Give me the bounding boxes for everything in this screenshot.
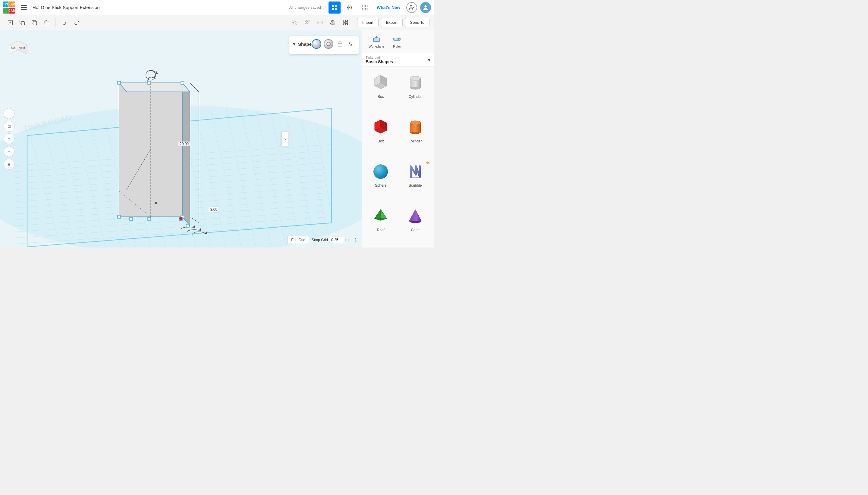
viewport-controls: ⌂ ⊡ + − ◉ [4,108,15,170]
shape-item-box-gray[interactable]: Box [365,70,397,112]
move-tool-button[interactable] [4,17,16,28]
history-tools [59,17,82,28]
whats-new-button[interactable]: What's New [374,3,403,12]
shape-scribble-label: Scribble [409,183,422,188]
shape-item-scribble[interactable]: ★ Scribble [400,159,431,200]
import-button[interactable]: Import [357,18,379,27]
codeblocks-button[interactable] [344,1,356,14]
star-badge: ★ [426,160,430,166]
svg-rect-8 [365,8,367,10]
shape-properties-panel: ▾ Shape [289,36,359,54]
toolbar-separator-2 [354,18,354,27]
depth-dimension: 3.00 [209,207,218,212]
svg-point-103 [327,42,330,46]
svg-rect-5 [362,5,364,6]
align-button[interactable] [327,17,338,28]
lock-shape-button[interactable] [336,40,344,48]
svg-rect-3 [335,7,337,10]
duplicate-tool-button[interactable] [29,17,40,28]
svg-point-12 [424,5,426,7]
tinkercad-label: Tinkercad [365,56,393,59]
snap-grid-unit: mm [345,238,351,242]
svg-text:BACK: BACK [11,47,16,49]
shape-item-box-red[interactable]: Box [365,115,397,156]
svg-rect-16 [33,21,37,25]
fit-view-button[interactable]: ⊡ [4,121,15,132]
hole-shape-option[interactable] [324,39,333,49]
solid-shape-option[interactable] [312,39,321,49]
tinkercad-logo[interactable]: TIN KER CAD [3,1,15,14]
light-toggle-button[interactable] [289,17,300,28]
logo-blank [3,8,8,14]
hamburger-icon [19,3,28,12]
shape-item-cone[interactable]: Cone [400,203,431,245]
svg-rect-31 [331,20,334,22]
roof-green-preview [370,206,391,227]
cylinder-gray-preview [405,72,426,93]
svg-point-133 [373,165,388,179]
redo-button[interactable] [70,17,82,28]
svg-marker-138 [409,209,421,221]
mirror-button[interactable] [315,17,326,28]
shape-item-sphere-blue[interactable]: Sphere [365,159,397,200]
cone-purple-preview [405,206,426,227]
shape-light-button[interactable] [347,40,355,48]
workplane-button[interactable]: Workplane [365,33,387,50]
snap-grid-control: Snap Grid mm ⇕ [312,237,359,243]
add-user-button[interactable] [406,2,417,13]
zoom-in-button[interactable]: + [4,133,15,144]
3d-view-button[interactable] [328,1,341,14]
perspective-button[interactable]: ◉ [4,159,15,170]
svg-rect-28 [307,22,308,23]
svg-rect-104 [338,44,342,46]
svg-line-20 [293,20,293,21]
svg-marker-107 [376,36,377,37]
shapes-dropdown-arrow[interactable]: ▾ [428,57,430,63]
home-view-button[interactable]: ⌂ [4,108,15,119]
svg-rect-7 [362,8,364,10]
view-cube[interactable]: RIGHT BACK [6,36,30,60]
svg-rect-26 [309,20,310,21]
zoom-out-button[interactable]: − [4,146,15,157]
ruler-label: Ruler [393,45,401,48]
snap-grid-button[interactable] [302,17,313,28]
svg-rect-75 [181,81,184,84]
shape-item-roof[interactable]: Roof [365,203,397,245]
right-panel: Workplane Ruler Tinkercad Basic Shapes ▾ [362,30,434,248]
snap-grid-input[interactable] [329,237,344,243]
snap-grid-arrows[interactable]: ⇕ [353,238,359,242]
svg-rect-74 [117,81,120,84]
svg-rect-80 [148,217,151,220]
menu-button[interactable] [18,2,30,13]
send-to-button[interactable]: Send To [405,18,429,27]
flip-button[interactable] [340,17,351,28]
svg-rect-76 [117,215,120,218]
shape-box-red-label: Box [378,139,384,143]
save-status: All changes saved [289,5,321,10]
svg-point-9 [410,5,412,7]
shapes-category-selector: Tinkercad Basic Shapes ▾ [362,53,434,67]
undo-button[interactable] [59,17,70,28]
shape-panel-collapse[interactable]: ▾ [293,41,296,47]
copy-tool-button[interactable] [17,17,28,28]
logo-tin: TIN [3,1,8,7]
svg-rect-32 [331,22,335,24]
panel-scroll-arrow[interactable]: › [281,132,289,146]
designs-button[interactable] [359,1,371,14]
ruler-button[interactable]: Ruler [390,33,404,50]
project-title: Hot Glue Stick Support Extension [33,5,286,10]
shape-item-cylinder-gray[interactable]: Cylinder [400,70,431,112]
snap-grid-label: Snap Grid [312,238,328,242]
edit-grid-button[interactable]: Edit Grid [287,236,309,244]
svg-rect-6 [365,5,367,6]
svg-marker-73 [119,83,190,92]
export-button[interactable]: Export [381,18,403,27]
shape-item-cylinder-orange[interactable]: Cylinder [400,115,431,156]
svg-rect-24 [305,20,307,21]
3d-canvas[interactable]: TINKERCAD 20.00 3.00 RIGHT BACK ⌂ ⊡ [0,30,362,248]
shape-roof-label: Roof [377,228,384,232]
svg-marker-72 [182,83,190,226]
svg-rect-78 [148,81,151,84]
delete-tool-button[interactable] [41,17,52,28]
user-avatar[interactable] [420,2,431,13]
